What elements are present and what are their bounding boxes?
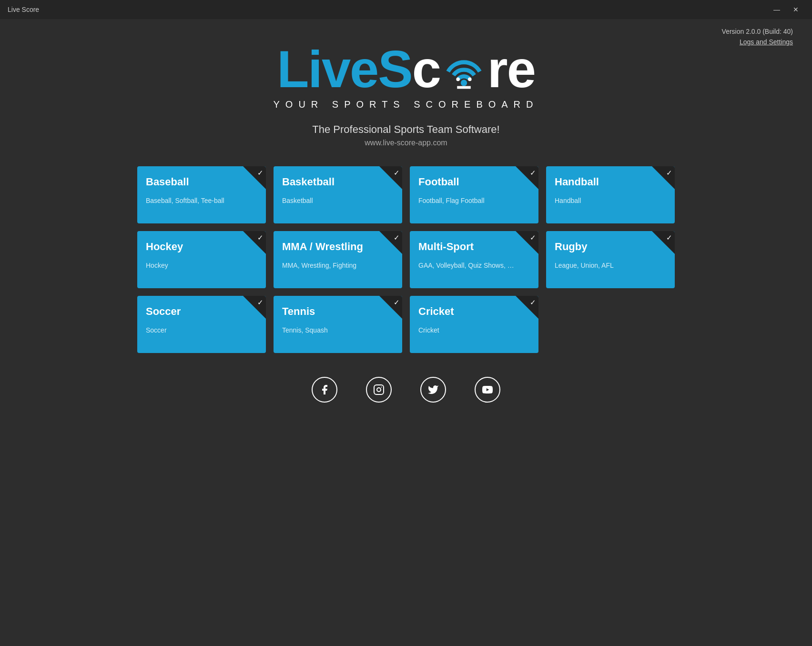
- sport-name-rugby: Rugby: [555, 241, 666, 253]
- checkmark-mma: ✓: [379, 231, 402, 254]
- checkmark-basketball: ✓: [379, 166, 402, 189]
- sport-name-basketball: Basketball: [282, 176, 394, 188]
- sport-subtitle-rugby: League, Union, AFL: [555, 262, 666, 269]
- sport-name-soccer: Soccer: [146, 305, 257, 318]
- facebook-icon[interactable]: [312, 377, 337, 403]
- close-button[interactable]: ✕: [787, 3, 804, 16]
- sports-grid: ✓ Baseball Baseball, Softball, Tee-ball …: [137, 166, 675, 353]
- logo-container: Live S c: [273, 43, 538, 110]
- settings-link[interactable]: Logs and Settings: [722, 37, 793, 47]
- sport-subtitle-mma: MMA, Wrestling, Fighting: [282, 262, 394, 269]
- instagram-icon[interactable]: [366, 377, 392, 403]
- logo-re: re: [487, 43, 535, 95]
- twitter-icon[interactable]: [420, 377, 446, 403]
- version-text: Version 2.0.0 (Build: 40): [722, 26, 793, 37]
- sport-card-mma[interactable]: ✓ MMA / Wrestling MMA, Wrestling, Fighti…: [274, 231, 402, 288]
- sport-subtitle-soccer: Soccer: [146, 326, 257, 334]
- sport-name-multisport: Multi-Sport: [418, 241, 530, 253]
- checkmark-tennis: ✓: [379, 296, 402, 319]
- sport-card-rugby[interactable]: ✓ Rugby League, Union, AFL: [546, 231, 675, 288]
- sport-card-tennis[interactable]: ✓ Tennis Tennis, Squash: [274, 296, 402, 353]
- sport-card-handball[interactable]: ✓ Handball Handball: [546, 166, 675, 223]
- sport-name-baseball: Baseball: [146, 176, 257, 188]
- sport-name-football: Football: [418, 176, 530, 188]
- svg-point-2: [456, 77, 460, 81]
- sport-name-handball: Handball: [555, 176, 666, 188]
- checkmark-football: ✓: [516, 166, 538, 189]
- logo-c1: c: [412, 43, 440, 95]
- app-title: Live Score: [8, 6, 39, 13]
- main-content: Live S c: [0, 19, 812, 431]
- sport-subtitle-baseball: Baseball, Softball, Tee-ball: [146, 197, 257, 204]
- title-bar: Live Score — ✕: [0, 0, 812, 19]
- sport-name-hockey: Hockey: [146, 241, 257, 253]
- sport-card-soccer[interactable]: ✓ Soccer Soccer: [137, 296, 266, 353]
- logo-live: Live: [277, 43, 378, 95]
- tagline: YOUR SPORTS SCOREBOARD: [273, 99, 538, 110]
- subtitle: The Professional Sports Team Software!: [312, 123, 499, 136]
- checkmark-multisport: ✓: [516, 231, 538, 254]
- sport-card-baseball[interactable]: ✓ Baseball Baseball, Softball, Tee-ball: [137, 166, 266, 223]
- checkmark-soccer: ✓: [243, 296, 266, 319]
- sport-card-multisport[interactable]: ✓ Multi-Sport GAA, Volleyball, Quiz Show…: [410, 231, 538, 288]
- sport-subtitle-basketball: Basketball: [282, 197, 394, 204]
- sport-subtitle-tennis: Tennis, Squash: [282, 326, 394, 334]
- sport-card-football[interactable]: ✓ Football Football, Flag Football: [410, 166, 538, 223]
- sport-name-mma: MMA / Wrestling: [282, 241, 394, 253]
- logo-s: S: [378, 43, 412, 95]
- sport-subtitle-football: Football, Flag Football: [418, 197, 530, 204]
- minimize-button[interactable]: —: [768, 3, 785, 16]
- checkmark-handball: ✓: [652, 166, 675, 189]
- sport-name-cricket: Cricket: [418, 305, 530, 318]
- svg-point-5: [377, 388, 381, 392]
- checkmark-cricket: ✓: [516, 296, 538, 319]
- sport-subtitle-handball: Handball: [555, 197, 666, 204]
- version-info: Version 2.0.0 (Build: 40) Logs and Setti…: [722, 26, 793, 48]
- svg-point-0: [461, 80, 467, 86]
- checkmark-baseball: ✓: [243, 166, 266, 189]
- svg-rect-4: [374, 385, 384, 394]
- svg-point-6: [381, 387, 382, 388]
- sport-card-cricket[interactable]: ✓ Cricket Cricket: [410, 296, 538, 353]
- sport-name-tennis: Tennis: [282, 305, 394, 318]
- checkmark-hockey: ✓: [243, 231, 266, 254]
- svg-point-3: [468, 77, 472, 81]
- sport-card-hockey[interactable]: ✓ Hockey Hockey: [137, 231, 266, 288]
- checkmark-rugby: ✓: [652, 231, 675, 254]
- social-bar: [312, 377, 500, 403]
- sport-subtitle-hockey: Hockey: [146, 262, 257, 269]
- logo-icon: [441, 47, 487, 92]
- website: www.live-score-app.com: [365, 139, 447, 147]
- sport-card-basketball[interactable]: ✓ Basketball Basketball: [274, 166, 402, 223]
- window-controls: — ✕: [768, 3, 804, 16]
- logo: Live S c: [273, 43, 538, 95]
- youtube-icon[interactable]: [475, 377, 500, 403]
- sport-subtitle-cricket: Cricket: [418, 326, 530, 334]
- sport-subtitle-multisport: GAA, Volleyball, Quiz Shows, …: [418, 262, 530, 269]
